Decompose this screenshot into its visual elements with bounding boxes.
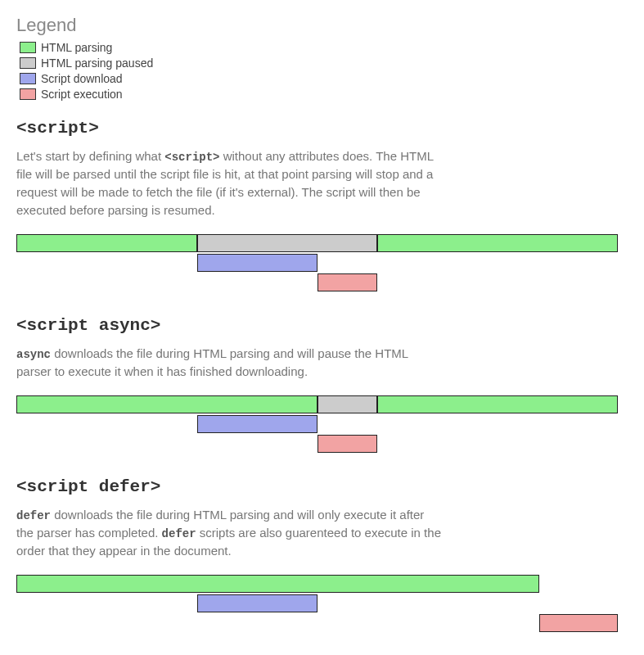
timeline-lane	[16, 594, 618, 614]
timeline-lane	[16, 415, 618, 435]
swatch-download	[20, 73, 36, 84]
timeline-bar	[317, 395, 378, 413]
section-desc-async: async downloads the file during HTML par…	[16, 345, 442, 381]
section-heading-defer: <script defer>	[16, 477, 628, 496]
timeline-lane	[16, 254, 618, 273]
timeline-bar	[16, 575, 539, 593]
timeline-bar	[377, 234, 618, 252]
timeline-lane	[16, 273, 618, 293]
timeline-async	[16, 395, 618, 454]
timeline-lane	[16, 435, 618, 454]
section-desc-defer: defer downloads the file during HTML par…	[16, 506, 442, 560]
legend-item: Script download	[16, 72, 628, 85]
legend-item: HTML parsing	[16, 41, 628, 54]
timeline-bar	[197, 594, 317, 612]
section-desc-script: Let's start by defining what <script> wi…	[16, 147, 442, 219]
section-heading-async: <script async>	[16, 316, 628, 335]
timeline-bar	[317, 273, 378, 291]
timeline-bar	[377, 395, 618, 413]
legend-label: HTML parsing paused	[41, 56, 153, 70]
legend-label: Script download	[41, 72, 123, 85]
timeline-lane	[16, 575, 618, 594]
legend-item: HTML parsing paused	[16, 56, 628, 70]
timeline-bar	[197, 415, 317, 433]
timeline-bar	[197, 254, 317, 272]
legend-item: Script execution	[16, 88, 628, 101]
legend-title: Legend	[16, 15, 628, 36]
timeline-script	[16, 234, 618, 293]
timeline-bar	[16, 395, 317, 413]
timeline-defer	[16, 575, 618, 634]
swatch-parsing	[20, 42, 36, 53]
timeline-bar	[317, 435, 378, 453]
timeline-lane	[16, 234, 618, 254]
swatch-paused	[20, 57, 36, 69]
timeline-bar	[16, 234, 197, 252]
legend-label: HTML parsing	[41, 41, 112, 54]
legend: HTML parsing HTML parsing paused Script …	[16, 41, 628, 101]
timeline-bar	[197, 234, 378, 252]
legend-label: Script execution	[41, 88, 123, 101]
swatch-exec	[20, 88, 36, 100]
timeline-bar	[539, 614, 618, 632]
timeline-lane	[16, 395, 618, 415]
timeline-lane	[16, 614, 618, 634]
section-heading-script: <script>	[16, 119, 628, 138]
